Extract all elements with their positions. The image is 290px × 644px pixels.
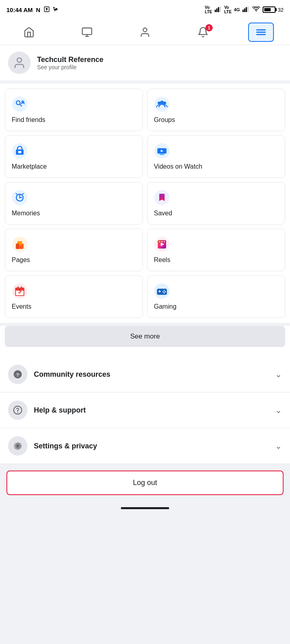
- chevron-down-help: ⌄: [275, 405, 282, 415]
- find-friends-label: Find friends: [12, 116, 136, 124]
- svg-rect-50: [21, 287, 22, 289]
- grid-item-marketplace[interactable]: Marketplace: [5, 135, 143, 178]
- svg-rect-7: [246, 7, 247, 12]
- signal-bars-1: [215, 6, 222, 13]
- nav-bar: 1: [0, 19, 290, 45]
- help-support-icon: [8, 400, 27, 420]
- status-time: 10:44 AM N: [6, 6, 60, 14]
- nav-profile[interactable]: [132, 23, 158, 42]
- nav-notifications[interactable]: 1: [190, 23, 216, 42]
- marketplace-icon: [12, 143, 28, 159]
- avatar: [8, 52, 31, 74]
- svg-point-58: [162, 291, 164, 292]
- reels-icon: [154, 236, 170, 252]
- nav-menu[interactable]: [248, 23, 274, 42]
- svg-point-43: [159, 241, 160, 242]
- profile-section[interactable]: Techcult Reference See your profile: [0, 45, 290, 80]
- chevron-down-community: ⌄: [275, 369, 282, 379]
- videos-watch-label: Videos on Watch: [154, 163, 278, 170]
- see-more-container: See more: [0, 326, 290, 357]
- settings-status-icon: [53, 6, 60, 14]
- groups-icon: [154, 96, 170, 112]
- gaming-label: Gaming: [154, 303, 278, 310]
- svg-rect-1: [215, 10, 216, 12]
- notification-badge: 1: [205, 24, 213, 31]
- accordion-settings-privacy[interactable]: Settings & privacy ⌄: [0, 428, 290, 464]
- community-resources-label: Community resources: [34, 370, 275, 379]
- netflix-icon: N: [36, 6, 40, 13]
- nav-watch[interactable]: [74, 23, 100, 42]
- grid-item-videos-watch[interactable]: Videos on Watch: [147, 135, 285, 178]
- saved-icon: [154, 190, 170, 206]
- grid-item-saved[interactable]: Saved: [147, 182, 285, 225]
- accordion-help-support[interactable]: Help & support ⌄: [0, 392, 290, 428]
- svg-rect-2: [216, 8, 218, 12]
- community-resources-icon: [8, 365, 27, 384]
- svg-rect-26: [18, 151, 21, 153]
- groups-label: Groups: [154, 116, 278, 124]
- home-indicator: [0, 502, 290, 514]
- svg-rect-49: [17, 287, 19, 289]
- svg-point-15: [17, 58, 22, 62]
- svg-point-22: [160, 101, 164, 104]
- svg-rect-38: [16, 244, 19, 249]
- profile-info: Techcult Reference See your profile: [37, 56, 104, 70]
- wifi-icon: [252, 6, 260, 13]
- events-icon: ★: [12, 283, 28, 299]
- pages-icon: [12, 236, 28, 252]
- reels-label: Reels: [154, 256, 278, 264]
- see-more-button[interactable]: See more: [5, 326, 285, 347]
- grid-item-memories[interactable]: Memories: [5, 182, 143, 225]
- find-friends-icon: [12, 96, 28, 112]
- battery-level: 32: [278, 7, 284, 13]
- grid-item-find-friends[interactable]: Find friends: [5, 89, 143, 131]
- events-label: Events: [12, 303, 136, 310]
- grid-item-gaming[interactable]: Gaming: [147, 275, 285, 318]
- svg-rect-8: [247, 6, 249, 12]
- status-bar: 10:44 AM N VoLTE VoLTE: [0, 0, 290, 19]
- svg-point-59: [164, 292, 165, 293]
- svg-rect-5: [242, 10, 244, 12]
- memories-label: Memories: [12, 210, 136, 217]
- signal-4g-text: 4G: [234, 7, 240, 12]
- chevron-down-settings: ⌄: [275, 441, 282, 451]
- svg-rect-4: [220, 6, 221, 12]
- status-right: VoLTE VoLTE 4G: [205, 5, 284, 14]
- svg-rect-55: [159, 290, 160, 293]
- signal-volte-icon: VoLTE: [205, 5, 212, 14]
- nav-home[interactable]: [16, 23, 42, 42]
- svg-point-61: [17, 412, 18, 413]
- svg-point-44: [161, 241, 163, 242]
- time-text: 10:44 AM: [6, 6, 33, 13]
- svg-rect-3: [218, 7, 219, 12]
- saved-label: Saved: [154, 210, 278, 217]
- grid-item-events[interactable]: ★ Events: [5, 275, 143, 318]
- gaming-icon: [154, 283, 170, 299]
- grid-section: Find friends Groups Marke: [0, 84, 290, 323]
- memories-icon: [12, 190, 28, 206]
- home-bar: [121, 507, 169, 509]
- volte-4g-icon: VoLTE: [224, 5, 232, 14]
- signal-bars-2: [242, 6, 250, 13]
- accordion-section: Community resources ⌄ Help & support ⌄ S…: [0, 357, 290, 464]
- profile-subtitle: See your profile: [37, 64, 104, 70]
- videos-watch-icon: [154, 143, 170, 159]
- svg-text:★: ★: [19, 289, 22, 293]
- upload-icon: [44, 6, 50, 14]
- battery-icon-container: [263, 6, 276, 13]
- marketplace-label: Marketplace: [12, 163, 136, 170]
- svg-point-11: [143, 28, 147, 31]
- svg-point-57: [165, 291, 166, 292]
- profile-name: Techcult Reference: [37, 56, 104, 64]
- pages-label: Pages: [12, 256, 136, 264]
- help-support-label: Help & support: [34, 406, 275, 415]
- grid-item-groups[interactable]: Groups: [147, 89, 285, 131]
- svg-rect-6: [244, 8, 245, 12]
- grid-item-reels[interactable]: Reels: [147, 229, 285, 271]
- logout-button[interactable]: Log out: [6, 471, 284, 495]
- svg-rect-9: [82, 28, 91, 34]
- svg-rect-30: [160, 154, 164, 155]
- grid-item-pages[interactable]: Pages: [5, 229, 143, 271]
- accordion-community-resources[interactable]: Community resources ⌄: [0, 357, 290, 392]
- svg-point-56: [164, 290, 165, 291]
